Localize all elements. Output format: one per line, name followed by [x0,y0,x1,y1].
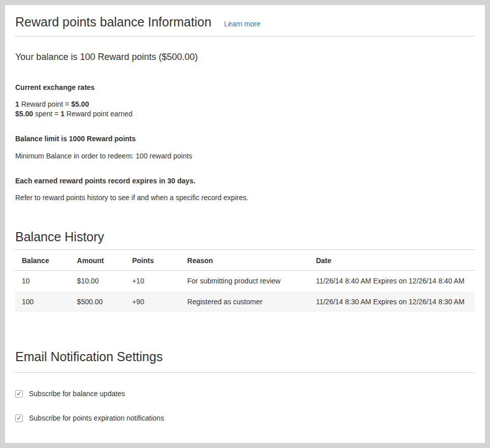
exchange-rate-1-amount: $5.00 [71,100,89,108]
balance-history-title: Balance History [15,228,104,245]
minimum-balance-text: Minimum Balance in order to redeem: 100 … [15,151,475,161]
cell-points: +10 [125,271,181,292]
checkmark-icon: ✓ [16,391,21,397]
table-row: 100 $500.00 +90 Registered as customer 1… [15,292,475,312]
cell-balance: 100 [15,292,71,312]
email-notification-title: Email Notification Settings [15,348,162,365]
balance-updates-checkbox[interactable]: ✓ [15,390,23,398]
cell-amount: $500.00 [71,292,126,312]
points-expiration-checkbox[interactable]: ✓ [15,414,23,422]
cell-amount: $10.00 [71,271,126,292]
table-row: 10 $10.00 +10 For submitting product rev… [15,271,475,292]
balance-summary: Your balance is 100 Reward points ($500.… [15,51,475,63]
email-notification-header: Email Notification Settings [15,348,475,373]
exchange-rate-1-text: Reward point = [19,100,71,108]
page-header: Reward points balance Information Learn … [15,13,475,37]
balance-history-table: Balance Amount Points Reason Date 10 $10… [15,250,475,312]
exchange-rates-heading: Current exchange rates [15,83,475,92]
learn-more-link[interactable]: Learn more [224,20,260,28]
balance-updates-option: ✓ Subscribe for balance updates [15,390,475,398]
exchange-rate-2-tail: Reward point earned [64,110,133,118]
cell-balance: 10 [15,271,71,292]
exchange-rate-1-points: 1 [15,100,19,108]
exchange-rate-2-amount: $5.00 [15,110,33,118]
points-expiration-label: Subscribe for points expiration notifica… [29,414,164,422]
balance-history-header: Balance History [15,228,475,250]
exchange-rate-line-1: 1 Reward point = $5.00$5.00 spent = 1 Re… [15,100,475,119]
cell-date: 11/26/14 8:30 AM Expires on 12/26/14 8:3… [309,292,475,312]
table-header-row: Balance Amount Points Reason Date [15,250,475,271]
balance-updates-label: Subscribe for balance updates [29,390,125,398]
cell-reason: For submitting product review [181,271,309,292]
points-expiration-option: ✓ Subscribe for points expiration notifi… [15,414,475,422]
column-header-date: Date [309,250,475,271]
cell-reason: Registered as customer [181,292,309,312]
expiration-note: Refer to reward points history to see if… [15,193,475,203]
page-title: Reward points balance Information [15,13,211,30]
column-header-reason: Reason [181,250,309,271]
column-header-points: Points [125,250,181,271]
column-header-balance: Balance [15,250,71,271]
checkmark-icon: ✓ [16,415,21,421]
expiration-notice: Each earned reward points record expires… [15,176,475,186]
exchange-rate-2-points: 1 [60,110,64,118]
exchange-rate-2-text: spent = [33,110,60,118]
cell-date: 11/26/14 8:40 AM Expires on 12/26/14 8:4… [309,271,475,292]
cell-points: +90 [125,292,181,312]
reward-points-panel: Reward points balance Information Learn … [5,5,485,443]
column-header-amount: Amount [71,250,126,271]
balance-limit-text: Balance limit is 1000 Reward points [15,134,475,144]
